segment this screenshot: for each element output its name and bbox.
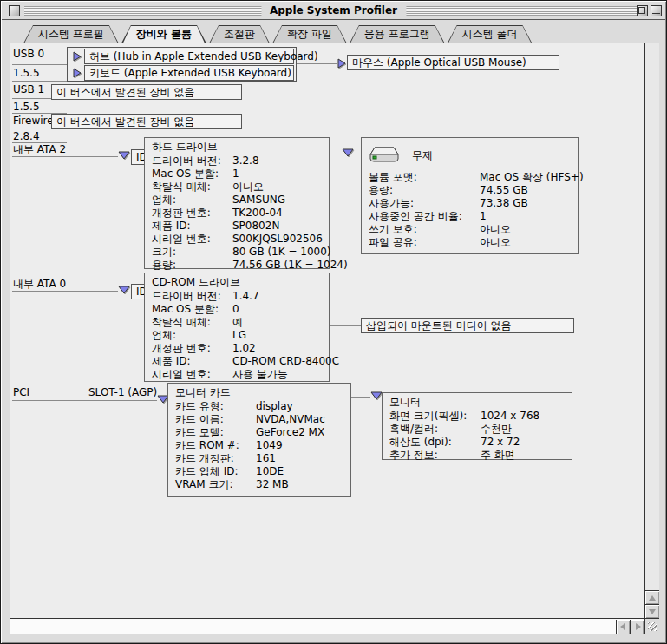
- panel-title: CD-ROM 드라이브: [152, 275, 322, 290]
- connector-line: [12, 64, 67, 65]
- scroll-left-button[interactable]: [616, 620, 630, 634]
- close-box-icon[interactable]: [9, 5, 20, 16]
- info-value: 아니오: [232, 181, 264, 194]
- volume-name[interactable]: 무제: [412, 148, 433, 163]
- info-row: Mac OS 분할:0: [152, 303, 322, 316]
- connector-line: [12, 400, 157, 401]
- hard-drive-info-panel: 하드 드라이브 드라이버 버전:3.2.8Mac OS 분할:1착탈식 매체:아…: [144, 137, 330, 269]
- info-label: 카드 업체 ID:: [175, 465, 256, 478]
- tab-applications[interactable]: 응용 프로그램: [350, 25, 445, 43]
- usb-device-hub[interactable]: 허브 (Hub in Apple Extended USB Keyboard): [84, 49, 294, 64]
- title-bar[interactable]: Apple System Profiler: [2, 2, 665, 20]
- monitor-card-info-panel: 모니터 카드 카드 유형:display카드 이름:NVDA,NVMac카드 모…: [167, 383, 351, 497]
- info-label: 개정판 번호:: [152, 342, 232, 355]
- right-arrow-icon: [636, 623, 641, 630]
- usb-device-mouse[interactable]: 마우스 (Apple Optical USB Mouse): [347, 55, 559, 70]
- usb1-empty-message-box: 이 버스에서 발견된 장비 없음: [51, 84, 242, 100]
- scroll-down-button[interactable]: [645, 604, 659, 618]
- info-row: 파일 공유:아니오: [369, 236, 571, 249]
- info-row: 용량:74.56 GB (1K = 1024): [152, 259, 322, 272]
- info-value: NVDA,NVMac: [256, 413, 325, 426]
- connector-line: [12, 81, 67, 82]
- monitor-info-panel: 모니터 화면 크기(픽셀):1024 x 768흑백/컬러:수천만해상도 (dp…: [382, 392, 572, 460]
- info-value: TK200-04: [232, 207, 283, 220]
- disclosure-triangle-down-icon[interactable]: [342, 148, 354, 158]
- info-label: 카드 이름:: [175, 413, 256, 426]
- info-label: 크기:: [152, 246, 232, 259]
- tab-extensions[interactable]: 확장 파일: [272, 25, 347, 43]
- info-value: 161: [256, 452, 276, 465]
- scroll-right-button[interactable]: [630, 620, 644, 634]
- disclosure-triangle-down-icon[interactable]: [118, 150, 130, 161]
- info-label: 업체:: [152, 194, 232, 207]
- tab-devices-and-volumes[interactable]: 장비와 볼륨: [121, 25, 206, 43]
- tab-system-profile[interactable]: 시스템 프로필: [23, 25, 119, 43]
- panel-title: 모니터 카드: [175, 385, 343, 400]
- volume-info-panel: 무제 볼륨 포맷:Mac OS 확장 (HFS+)용량:74.55 GB사용가능…: [361, 137, 579, 254]
- scroll-up-button[interactable]: [645, 590, 659, 604]
- info-value: 예: [232, 316, 243, 329]
- usb0-device-group-box: 허브 (Hub in Apple Extended USB Keyboard) …: [67, 47, 297, 82]
- info-value: 아니오: [480, 236, 511, 249]
- info-row: 제품 ID:CD-ROM CRD-8400C: [152, 355, 322, 368]
- resize-grip[interactable]: [644, 618, 659, 634]
- info-value: 1: [232, 168, 239, 181]
- info-value: CD-ROM CRD-8400C: [232, 355, 339, 368]
- bus-label-usb0: USB 0: [13, 48, 44, 60]
- info-label: 사용가능:: [369, 197, 480, 210]
- disclosure-triangle-down-icon[interactable]: [370, 391, 383, 401]
- info-row: 카드 업체 ID:10DE: [175, 465, 343, 478]
- info-label: 용량:: [369, 184, 480, 197]
- info-row: 흑백/컬러:수천만: [389, 423, 565, 436]
- info-row: 착탈식 매체:예: [152, 316, 322, 329]
- tab-control-panels[interactable]: 조절판: [209, 25, 270, 43]
- info-row: 카드 이름:NVDA,NVMac: [175, 413, 343, 426]
- tab-label: 확장 파일: [287, 28, 332, 40]
- info-rows: 카드 유형:display카드 이름:NVDA,NVMac카드 모델:GeFor…: [175, 400, 343, 491]
- info-label: 용량:: [152, 259, 232, 272]
- tab-label: 시스템 프로필: [38, 28, 104, 40]
- collapse-box-icon[interactable]: [651, 5, 662, 16]
- disclosure-triangle-right-icon[interactable]: [72, 68, 82, 78]
- info-value: 0: [232, 303, 239, 316]
- vertical-scrollbar[interactable]: [644, 43, 659, 618]
- info-value: 1.02: [232, 342, 256, 355]
- connector-line: [12, 128, 51, 128]
- info-value: 주 화면: [481, 449, 515, 462]
- tab-label: 장비와 볼륨: [136, 28, 192, 40]
- info-label: 착탈식 매체:: [152, 181, 232, 194]
- disclosure-triangle-right-icon[interactable]: [337, 58, 346, 69]
- info-row: 카드 유형:display: [175, 400, 343, 413]
- info-row: 개정판 번호:1.02: [152, 342, 322, 355]
- disclosure-triangle-right-icon[interactable]: [72, 51, 82, 62]
- info-row: 카드 개정판:161: [175, 452, 343, 465]
- info-row: 볼륨 포맷:Mac OS 확장 (HFS+): [369, 171, 571, 184]
- info-label: 개정판 번호:: [152, 207, 232, 220]
- info-label: 카드 모델:: [175, 426, 256, 439]
- tab-system-folders[interactable]: 시스템 폴더: [448, 25, 533, 43]
- info-value: 32 MB: [256, 478, 289, 491]
- connector-line: [351, 397, 370, 398]
- info-label: 사용중인 공간 비율:: [369, 210, 480, 223]
- info-label: 시리얼 번호:: [152, 368, 232, 381]
- info-label: 흑백/컬러:: [389, 423, 481, 436]
- info-label: 카드 유형:: [175, 400, 256, 413]
- info-value: 74.56 GB (1K = 1024): [232, 259, 348, 272]
- info-label: 제품 ID:: [152, 355, 232, 368]
- info-value: display: [256, 400, 293, 413]
- volume-header: 무제: [369, 140, 571, 171]
- disclosure-triangle-down-icon[interactable]: [118, 285, 130, 295]
- connector-line: [297, 63, 337, 64]
- info-value: 1024 x 768: [481, 410, 539, 423]
- info-label: 드라이버 버전:: [152, 290, 232, 303]
- connector-line: [12, 291, 118, 292]
- info-label: 제품 ID:: [152, 220, 232, 233]
- usb-device-keyboard[interactable]: 키보드 (Apple Extended USB Keyboard): [84, 65, 294, 81]
- pci-slot-label: SLOT-1 (AGP): [88, 386, 157, 398]
- apple-system-profiler-window: Apple System Profiler 시스템 프로필 장비와 볼륨 조절판…: [0, 0, 667, 644]
- zoom-box-icon[interactable]: [637, 5, 648, 16]
- info-value: 80 GB (1K = 1000): [232, 246, 331, 259]
- bus-label-pci: PCI: [13, 386, 29, 398]
- info-label: 시리얼 번호:: [152, 233, 232, 246]
- horizontal-scrollbar[interactable]: [10, 618, 644, 634]
